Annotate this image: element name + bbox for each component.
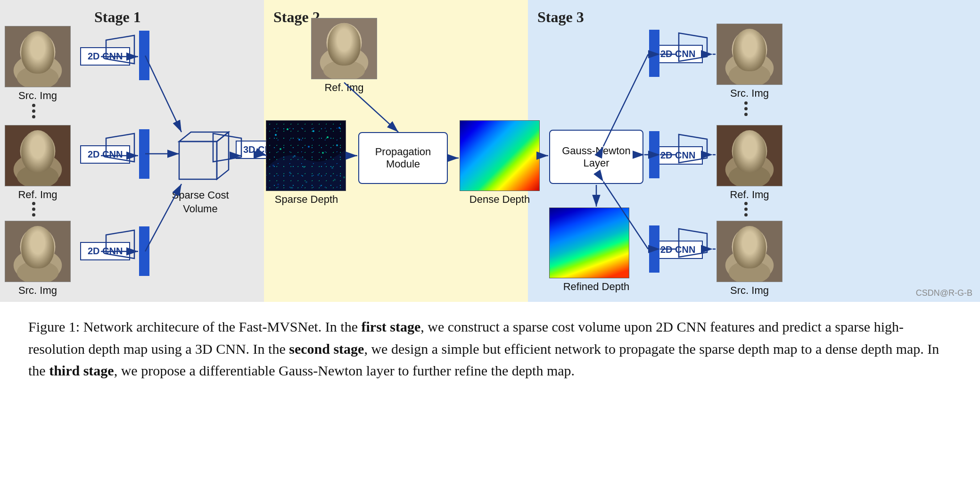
svg-point-36 [275, 134, 277, 136]
ref-img-s3-mid-label: Ref. Img [716, 189, 782, 201]
src-img-top-label: Src. Img [5, 90, 71, 102]
svg-point-3 [27, 34, 48, 54]
svg-marker-75 [679, 229, 707, 257]
svg-point-6 [20, 132, 56, 171]
propagation-module: PropagationModule [358, 132, 448, 184]
src-img-s3-top-label: Src. Img [716, 87, 782, 100]
ref-img-stage2-label: Ref. Img [311, 82, 377, 94]
refined-depth-img [549, 208, 629, 278]
feature-bar-top [139, 31, 149, 80]
ref-img-s3-mid [716, 125, 782, 186]
feature-bar-s3-top [649, 30, 659, 77]
watermark: CSDN@R-G-B [916, 288, 972, 298]
svg-point-79 [739, 229, 759, 249]
camera-mid [101, 131, 139, 164]
svg-point-47 [272, 165, 274, 167]
src-img-top [5, 26, 71, 87]
svg-point-31 [327, 23, 362, 62]
svg-point-38 [298, 139, 300, 141]
camera-top [101, 33, 139, 66]
svg-point-37 [287, 128, 288, 130]
svg-point-50 [317, 174, 319, 176]
svg-marker-21 [213, 133, 241, 162]
feature-bar-mid [139, 129, 149, 179]
svg-point-53 [277, 183, 279, 185]
svg-point-39 [313, 130, 314, 132]
svg-marker-16 [106, 133, 134, 162]
dots-s3-top [744, 101, 748, 116]
camera-3d [208, 131, 246, 164]
caption-bold3: third stage [49, 363, 114, 378]
figure-label: Figure 1: [28, 319, 80, 334]
stage1-label: Stage 1 [94, 8, 141, 26]
ref-img-mid-label: Ref. Img [5, 189, 71, 201]
svg-point-43 [294, 155, 296, 157]
svg-rect-35 [266, 121, 346, 191]
ref-img-stage2 [311, 18, 377, 79]
svg-point-65 [732, 30, 767, 69]
src-img-bot-label: Src. Img [5, 284, 71, 297]
svg-point-54 [291, 187, 293, 189]
camera-s3-mid [674, 132, 712, 165]
svg-point-1 [20, 33, 56, 72]
src-img-s3-top [716, 24, 782, 85]
svg-point-71 [732, 132, 767, 171]
src-img-bot [5, 221, 71, 282]
svg-point-13 [27, 229, 48, 249]
svg-point-56 [320, 185, 321, 187]
svg-marker-63 [679, 33, 707, 61]
svg-marker-69 [679, 134, 707, 163]
svg-point-42 [280, 148, 281, 150]
svg-point-51 [331, 167, 333, 169]
caption-bold2: second stage [289, 341, 364, 357]
camera-s3-top [674, 31, 712, 64]
svg-point-49 [303, 166, 305, 168]
src-img-s3-bot-label: Src. Img [716, 284, 782, 297]
svg-marker-17 [106, 230, 134, 258]
feature-bar-s3-mid [649, 131, 659, 178]
caption-area: Figure 1: Network architecure of the Fas… [0, 302, 980, 396]
svg-point-73 [739, 133, 759, 153]
cost-volume-label: Sparse CostVolume [163, 189, 238, 216]
ref-img-mid [5, 125, 71, 186]
svg-point-40 [327, 136, 329, 138]
sparse-depth-label: Sparse Depth [266, 193, 346, 206]
svg-point-44 [308, 146, 310, 148]
main-container: Stage 1 Stage 2 Stage 3 Src. Img [0, 0, 980, 396]
svg-point-67 [739, 32, 759, 52]
svg-point-45 [322, 152, 324, 154]
camera-s3-bot [674, 226, 712, 259]
svg-point-52 [343, 176, 345, 178]
src-img-s3-bot [716, 221, 782, 282]
svg-point-8 [27, 133, 48, 153]
gauss-newton-box: Gauss-NewtonLayer [549, 130, 643, 184]
stage3-label: Stage 3 [537, 8, 584, 26]
svg-point-55 [305, 181, 307, 183]
sparse-depth-img [266, 120, 346, 191]
svg-point-41 [338, 127, 340, 129]
caption-text4: , we propose a differentiable Gauss-Newt… [114, 363, 575, 378]
refined-depth-label: Refined Depth [549, 281, 643, 293]
svg-marker-15 [106, 35, 134, 64]
dots-mid [32, 202, 35, 217]
dots-s3-mid [744, 202, 748, 217]
svg-point-57 [334, 179, 336, 181]
feature-bar-bot [139, 226, 149, 276]
svg-point-33 [334, 25, 354, 45]
caption-bold1: first stage [362, 319, 421, 334]
dense-depth-label: Dense Depth [460, 193, 540, 206]
diagram-area: Stage 1 Stage 2 Stage 3 Src. Img [0, 0, 980, 302]
svg-point-11 [20, 227, 56, 266]
svg-point-77 [732, 227, 767, 266]
svg-point-48 [289, 172, 291, 174]
svg-point-46 [336, 144, 338, 146]
caption-text1: Network architecure of the Fast-MVSNet. … [80, 319, 361, 334]
dots-top [32, 104, 35, 118]
camera-bot [101, 228, 139, 261]
dense-depth-img [460, 120, 540, 191]
feature-bar-s3-bot [649, 225, 659, 273]
